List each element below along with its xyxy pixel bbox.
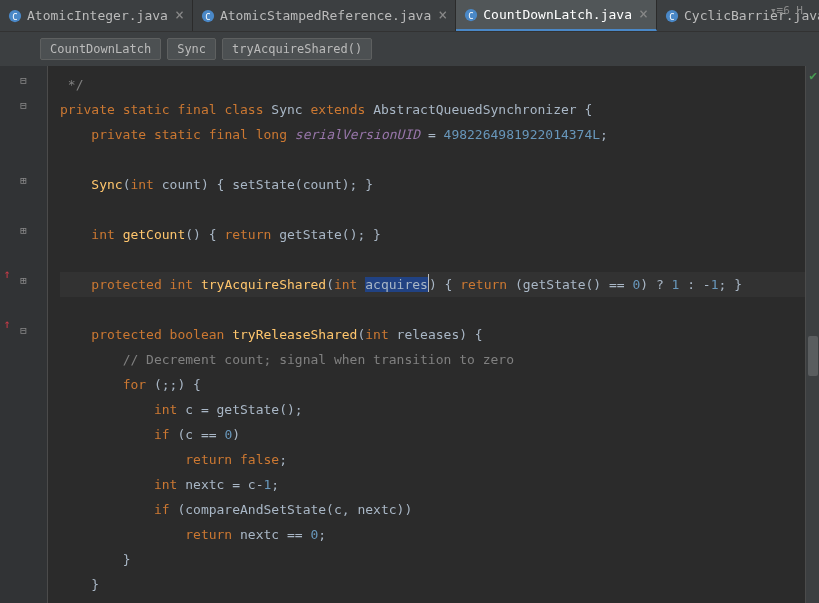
svg-text:C: C — [12, 11, 17, 21]
svg-text:C: C — [669, 11, 674, 21]
editor-gutter: ⊟ ⊟ ⊞ ⊞ ↑ ⊞ ↑ ⊟ — [0, 66, 48, 603]
tab-label: AtomicStampedReference.java — [220, 8, 431, 23]
tab-atomicinteger[interactable]: C AtomicInteger.java × — [0, 0, 193, 31]
inspection-ok-icon[interactable]: ✔ — [809, 68, 817, 83]
tab-overflow-indicator[interactable]: ▾≡6 H — [770, 4, 803, 17]
fold-expand-icon[interactable]: ⊞ — [0, 220, 47, 240]
fold-expand-icon[interactable]: ⊞ — [0, 270, 47, 290]
close-icon[interactable]: × — [175, 8, 184, 23]
tab-countdownlatch[interactable]: C CountDownLatch.java × — [456, 0, 657, 31]
fold-collapse-icon[interactable]: ⊟ — [0, 70, 47, 90]
breadcrumb[interactable]: CountDownLatch — [40, 38, 161, 60]
svg-text:C: C — [205, 11, 210, 21]
fold-collapse-icon[interactable]: ⊟ — [0, 95, 47, 115]
java-class-icon: C — [665, 9, 679, 23]
code-comment: // Decrement count; signal when transiti… — [123, 352, 514, 367]
code-comment: */ — [60, 77, 83, 92]
editor-tabs: C AtomicInteger.java × C AtomicStampedRe… — [0, 0, 819, 32]
breadcrumb[interactable]: tryAcquireShared() — [222, 38, 372, 60]
java-class-icon: C — [8, 9, 22, 23]
breadcrumb-bar: CountDownLatch Sync tryAcquireShared() — [0, 32, 819, 66]
tab-label: AtomicInteger.java — [27, 8, 168, 23]
java-class-icon: C — [464, 8, 478, 22]
scrollbar-thumb[interactable] — [808, 336, 818, 376]
selected-text: acquires — [365, 277, 428, 292]
svg-text:C: C — [469, 10, 474, 20]
tab-atomicstampedreference[interactable]: C AtomicStampedReference.java × — [193, 0, 456, 31]
close-icon[interactable]: × — [639, 7, 648, 22]
editor: ⊟ ⊟ ⊞ ⊞ ↑ ⊞ ↑ ⊟ */ private static final … — [0, 66, 819, 603]
close-icon[interactable]: × — [438, 8, 447, 23]
java-class-icon: C — [201, 9, 215, 23]
fold-expand-icon[interactable]: ⊞ — [0, 170, 47, 190]
highlighted-line: protected int tryAcquireShared(int acqui… — [60, 272, 805, 297]
editor-overview-ruler[interactable]: ✔ — [805, 66, 819, 603]
tab-bar-right-tools: ▾≡6 H — [770, 4, 803, 17]
code-area[interactable]: */ private static final class Sync exten… — [48, 66, 805, 603]
fold-collapse-icon[interactable]: ⊟ — [0, 320, 47, 340]
tab-label: CountDownLatch.java — [483, 7, 632, 22]
breadcrumb[interactable]: Sync — [167, 38, 216, 60]
